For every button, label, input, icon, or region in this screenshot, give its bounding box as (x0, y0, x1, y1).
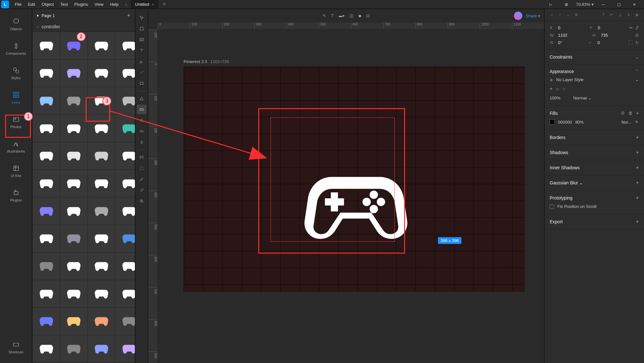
tool-avatar[interactable] (137, 116, 147, 125)
menu-help[interactable]: Help (107, 2, 122, 7)
rail-plugins[interactable]: Plugins (3, 187, 29, 205)
distribute-h-icon[interactable]: ⊪ (573, 12, 580, 18)
maximize-button[interactable]: ▢ (613, 0, 625, 9)
corner-value[interactable]: 0 (598, 40, 614, 45)
icon-result[interactable] (61, 225, 88, 252)
add-fill-button[interactable]: + (636, 110, 639, 116)
zoom-dropdown[interactable]: 70.83%▾ (576, 2, 594, 7)
tool-image[interactable] (137, 35, 147, 44)
add-border-button[interactable]: + (636, 135, 639, 140)
icon-result[interactable] (116, 253, 135, 280)
icon-result[interactable] (88, 32, 115, 59)
fill-swatch[interactable] (550, 119, 555, 125)
icon-result[interactable] (88, 115, 115, 142)
icon-result[interactable] (88, 308, 115, 335)
rail-objects[interactable]: Objects (3, 15, 29, 33)
settings-icon[interactable]: ⚙ (621, 110, 625, 116)
icon-result[interactable] (116, 60, 135, 87)
delete-icon[interactable]: 🗑 (628, 110, 633, 116)
icon-result[interactable] (61, 170, 88, 197)
add-export-button[interactable]: + (636, 219, 639, 225)
tool-move[interactable] (137, 13, 147, 23)
placed-controller-icon[interactable] (293, 144, 419, 269)
rail-components[interactable]: Components (3, 40, 29, 58)
icon-result[interactable] (33, 308, 60, 335)
icon-result[interactable] (33, 335, 60, 362)
search-input[interactable] (42, 24, 130, 29)
h-value[interactable]: 735 (601, 33, 617, 38)
menu-text[interactable]: Text (57, 2, 71, 7)
rail-ui-kits[interactable]: UI Kits (3, 162, 29, 180)
fill-blend[interactable]: Nor... (621, 120, 631, 125)
icon-result[interactable] (88, 60, 115, 87)
close-tab-icon[interactable]: × (152, 2, 154, 7)
icon-result[interactable] (116, 32, 135, 59)
distribute-v-icon[interactable]: ≡ (625, 12, 632, 18)
icon-result[interactable] (61, 253, 88, 280)
fix-position-checkbox[interactable] (550, 204, 554, 209)
icon-result[interactable] (116, 225, 135, 252)
align-right-icon[interactable]: ⫠ (565, 12, 572, 18)
flip-h-icon[interactable]: ⇋ (629, 25, 633, 30)
icon-result[interactable] (88, 143, 115, 170)
fix-position-row[interactable]: Fix Position on Scroll (550, 202, 639, 211)
component-icon[interactable]: ◆ (358, 14, 361, 18)
icon-result[interactable] (33, 280, 60, 307)
canvas[interactable]: ✎ T ▬▾ ◫ ◆ ⊡ Share▾ 01002003004005006007… (148, 9, 544, 363)
minimize-button[interactable]: — (598, 0, 609, 9)
tool-rect[interactable] (137, 79, 147, 88)
icon-result[interactable] (33, 143, 60, 170)
lock-ratio-icon[interactable]: ⊟ (635, 33, 639, 38)
align-center-v-icon[interactable]: ⊢ (609, 12, 615, 18)
icon-result[interactable] (116, 280, 135, 307)
icon-result[interactable] (61, 87, 88, 114)
tool-line[interactable] (137, 68, 147, 77)
mask-icon[interactable]: ⊡ (366, 14, 370, 18)
icon-result[interactable] (61, 335, 88, 362)
icon-result[interactable] (116, 87, 135, 114)
icon-result[interactable] (116, 335, 135, 362)
tool-text[interactable] (137, 46, 147, 55)
tool-pencil[interactable] (137, 174, 147, 184)
icon-result[interactable] (61, 280, 88, 307)
document-tab[interactable]: Untitled × (130, 0, 158, 9)
export-header[interactable]: Export+ (550, 218, 639, 226)
icon-result[interactable] (88, 253, 115, 280)
tool-pen[interactable] (137, 57, 147, 66)
blend-mode[interactable]: Normal ⌄ (573, 96, 592, 100)
artboard[interactable] (184, 67, 525, 292)
icon-result[interactable] (88, 170, 115, 197)
rail-shortcuts[interactable]: Shortcuts (3, 339, 29, 357)
rotation-value[interactable]: 0° (558, 40, 574, 45)
rail-icons[interactable]: Icons (3, 89, 29, 107)
icon-result[interactable] (33, 115, 60, 142)
icon-result[interactable] (61, 143, 88, 170)
add-shadow-button[interactable]: + (636, 150, 639, 155)
icon-result[interactable] (116, 308, 135, 335)
icon-result[interactable] (61, 308, 88, 335)
grid-icon[interactable]: ⊞ (561, 0, 572, 9)
icon-result[interactable] (33, 198, 60, 225)
tool-zoomin[interactable] (137, 196, 147, 206)
add-style-button[interactable]: + (550, 86, 553, 92)
tool-frame[interactable] (137, 24, 147, 33)
tool-hotspot[interactable] (137, 163, 147, 173)
icon-result[interactable] (61, 60, 88, 87)
more-icon[interactable]: ≣ (634, 12, 640, 18)
tool-triangle[interactable] (137, 94, 147, 103)
crop-icon[interactable]: ◫ (350, 14, 353, 18)
borders-header[interactable]: Borders+ (550, 133, 639, 142)
icon-result[interactable] (33, 253, 60, 280)
fill-hex[interactable]: 000000 (558, 120, 572, 125)
align-center-h-icon[interactable]: ⫟ (557, 12, 563, 18)
artboard-label[interactable]: Pinterest 2:3 1102×735 (184, 59, 229, 64)
rail-styles[interactable]: Styles (3, 64, 29, 82)
add-proto-button[interactable]: + (636, 195, 639, 201)
fill-opacity[interactable]: 80% (575, 120, 583, 125)
home-icon[interactable]: ⌂ (122, 2, 130, 7)
shadows-header[interactable]: Shadows+ (550, 148, 639, 157)
align-left-icon[interactable]: ⫞ (548, 12, 555, 18)
menu-file[interactable]: File (12, 2, 25, 7)
shape-icon[interactable]: ▬▾ (339, 14, 345, 18)
icon-result[interactable] (33, 32, 60, 59)
